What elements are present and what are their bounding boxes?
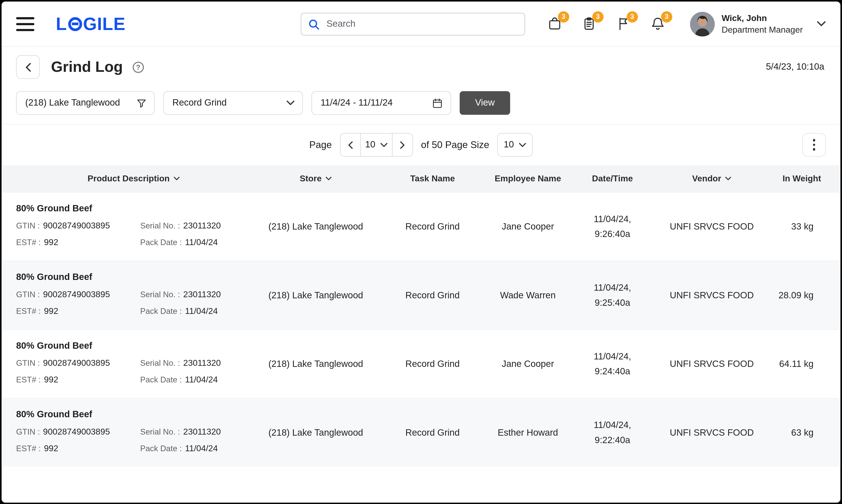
search-input[interactable] — [326, 19, 518, 30]
gtin-value: 90028749003895 — [43, 358, 110, 367]
vendor-cell: UNFI SRVCS FOOD — [654, 399, 770, 467]
prev-page-button[interactable] — [340, 133, 361, 157]
chevron-left-icon — [24, 62, 32, 72]
table-row[interactable]: 80% Ground Beef GTIN :90028749003895 Ser… — [2, 329, 840, 398]
chevron-down-icon — [286, 100, 295, 106]
notification-badge: 3 — [592, 11, 603, 22]
product-name: 80% Ground Beef — [16, 409, 92, 420]
flag-icon[interactable]: 3 — [616, 16, 632, 32]
column-header-vendor[interactable]: Vendor — [654, 165, 770, 192]
product-cell: 80% Ground Beef GTIN :90028749003895 Ser… — [2, 399, 251, 467]
packdate-label: Pack Date : — [140, 375, 182, 384]
notification-badge: 3 — [558, 11, 569, 22]
store-filter[interactable]: (218) Lake Tanglewood — [16, 91, 155, 115]
employee-cell: Jane Cooper — [485, 330, 571, 398]
serial-label: Serial No. : — [140, 221, 180, 230]
gtin-label: GTIN : — [16, 427, 40, 436]
chevron-down-icon — [380, 142, 388, 147]
packdate-pair: Pack Date :11/04/24 — [140, 443, 221, 454]
page-size-value: 10 — [504, 140, 514, 150]
serial-label: Serial No. : — [140, 290, 180, 299]
view-button[interactable]: View — [460, 91, 510, 115]
task-filter-dropdown[interactable]: Record Grind — [163, 91, 303, 115]
next-page-button[interactable] — [392, 133, 413, 157]
help-icon[interactable]: ? — [133, 61, 144, 72]
column-header-product[interactable]: Product Description — [2, 165, 251, 192]
column-header-task: Task Name — [380, 165, 485, 192]
packdate-value: 11/04/24 — [185, 238, 218, 247]
date-value: 11/04/24, — [594, 349, 631, 364]
packdate-label: Pack Date : — [140, 444, 182, 453]
date-value: 11/04/24, — [594, 418, 631, 433]
page-header: Grind Log ? 5/4/23, 10:10a — [2, 55, 840, 79]
page-timestamp: 5/4/23, 10:10a — [766, 62, 824, 72]
sort-chevron-icon — [325, 177, 332, 181]
packdate-pair: Pack Date :11/04/24 — [140, 237, 221, 248]
weight-cell: 28.09 kg — [769, 261, 840, 329]
gtin-value: 90028749003895 — [43, 427, 110, 436]
est-label: EST# : — [16, 306, 40, 316]
employee-cell: Wade Warren — [485, 261, 571, 329]
chevron-down-icon — [519, 142, 526, 147]
page-label: Page — [309, 139, 332, 150]
page-size-select[interactable]: 10 — [497, 133, 533, 157]
header-right-group: 3 3 3 — [547, 12, 826, 36]
table-row[interactable]: 80% Ground Beef GTIN :90028749003895 Ser… — [2, 398, 840, 467]
weight-cell: 64.11 kg — [769, 330, 840, 398]
back-button[interactable] — [16, 55, 40, 79]
table-header-row: Product Description Store Task Name Empl… — [2, 165, 840, 192]
gtin-pair: GTIN :90028749003895 — [16, 427, 140, 437]
table-row[interactable]: 80% Ground Beef GTIN :90028749003895 Ser… — [2, 260, 840, 329]
store-filter-value: (218) Lake Tanglewood — [25, 98, 120, 108]
time-value: 9:25:40a — [595, 295, 630, 310]
est-pair: EST# :992 — [16, 374, 140, 385]
column-header-weight: In Weight — [769, 165, 840, 192]
packdate-value: 11/04/24 — [185, 444, 218, 453]
task-cell: Record Grind — [380, 261, 485, 329]
gtin-label: GTIN : — [16, 221, 40, 230]
brand-logo-text-right: GILE — [83, 14, 126, 34]
packdate-value: 11/04/24 — [185, 375, 218, 384]
task-cell: Record Grind — [380, 399, 485, 467]
user-avatar[interactable] — [690, 12, 715, 36]
user-name: Wick, John — [722, 12, 803, 24]
est-pair: EST# :992 — [16, 443, 140, 454]
serial-pair: Serial No. :23011320 — [140, 289, 221, 300]
task-cell: Record Grind — [380, 193, 485, 260]
gtin-value: 90028749003895 — [43, 290, 110, 299]
datetime-cell: 11/04/24, 9:22:40a — [571, 399, 654, 467]
product-cell: 80% Ground Beef GTIN :90028749003895 Ser… — [2, 330, 251, 398]
task-cell: Record Grind — [380, 330, 485, 398]
packdate-pair: Pack Date :11/04/24 — [140, 306, 221, 317]
user-menu-chevron-icon[interactable] — [817, 21, 826, 27]
table-row[interactable]: 80% Ground Beef GTIN :90028749003895 Ser… — [2, 192, 840, 260]
gtin-pair: GTIN :90028749003895 — [16, 220, 140, 231]
column-header-store[interactable]: Store — [251, 165, 380, 192]
product-cell: 80% Ground Beef GTIN :90028749003895 Ser… — [2, 261, 251, 329]
est-pair: EST# :992 — [16, 306, 140, 317]
brand-logo: LGILE — [56, 14, 126, 34]
datetime-cell: 11/04/24, 9:24:40a — [571, 330, 654, 398]
date-range-filter[interactable]: 11/4/24 - 11/11/24 — [311, 91, 451, 115]
pager-control: 10 — [340, 133, 413, 157]
more-options-button[interactable] — [802, 133, 826, 157]
filter-funnel-icon — [136, 98, 147, 108]
bell-icon[interactable]: 3 — [650, 16, 666, 32]
user-block: Wick, John Department Manager — [722, 12, 803, 36]
serial-value: 23011320 — [183, 290, 221, 299]
package-icon[interactable]: 3 — [547, 16, 563, 32]
est-value: 992 — [44, 444, 58, 453]
calendar-icon — [432, 97, 443, 108]
menu-button[interactable] — [16, 17, 34, 31]
vendor-cell: UNFI SRVCS FOOD — [654, 193, 770, 260]
column-header-employee: Employee Name — [485, 165, 571, 192]
sort-chevron-icon — [173, 177, 180, 181]
time-value: 9:24:40a — [595, 364, 630, 379]
vendor-cell: UNFI SRVCS FOOD — [654, 261, 770, 329]
page-number-select[interactable]: 10 — [360, 133, 393, 157]
column-header-datetime: Date/Time — [571, 165, 654, 192]
product-name: 80% Ground Beef — [16, 272, 92, 283]
page-title: Grind Log — [51, 58, 123, 76]
clipboard-icon[interactable]: 3 — [582, 16, 598, 32]
store-cell: (218) Lake Tanglewood — [251, 330, 380, 398]
